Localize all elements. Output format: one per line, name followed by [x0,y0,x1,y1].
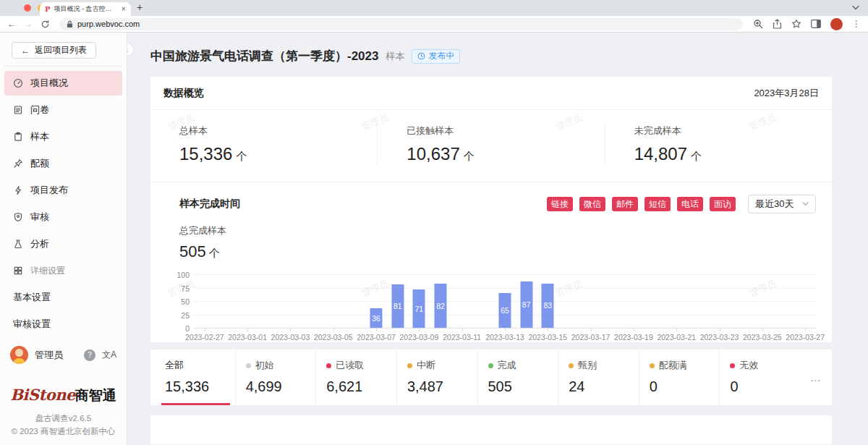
status-tab-invalid[interactable]: 无效0 [719,349,800,405]
back-to-projects-button[interactable]: ← 返回项目列表 [12,42,96,59]
x-axis-label: 2023-03-03 [271,333,310,342]
flask-icon [13,239,23,249]
browser-back-button[interactable]: ← [7,19,16,29]
sidebar-item-sample[interactable]: 样本 [4,124,122,149]
browser-reload-button[interactable] [41,20,50,29]
tab-close-icon[interactable]: × [122,5,126,13]
status-tab-all[interactable]: 全部15,336 [165,349,235,405]
tabstrip-chevron-icon[interactable] [852,5,859,10]
status-tab-completed[interactable]: 完成505 [477,349,558,405]
x-axis-label: 2023-03-19 [614,333,653,342]
sidebar-item-label: 项目发布 [30,184,68,197]
status-tab-label: 配额满 [659,359,687,372]
sidebar-item-overview[interactable]: 项目概况 [4,71,122,96]
new-tab-button[interactable]: + [137,1,142,13]
status-tab-screened[interactable]: 甄别24 [558,349,639,405]
status-tab-label: 甄别 [578,359,597,372]
zoom-icon[interactable] [753,19,763,29]
sidebar-item-publish[interactable]: 项目发布 [4,178,122,203]
channel-button[interactable]: 微信 [579,197,605,211]
browser-profile-avatar[interactable] [830,18,843,30]
sidebar-item-label: 项目概况 [30,77,68,90]
status-tab-value: 3,487 [407,378,477,395]
bookmark-star-icon[interactable] [791,19,801,29]
close-window-button[interactable] [24,4,31,12]
status-tab-interrupted[interactable]: 中断3,487 [396,349,477,405]
chevron-down-icon [802,202,809,206]
browser-tab[interactable]: P 项目概况 - 盘古控制台 × [40,2,131,16]
status-tab-read[interactable]: 已读取6,621 [315,349,396,405]
sidebar-item-review-settings[interactable]: 审核设置 [4,312,122,336]
overview-date: 2023年3月28日 [754,87,819,100]
browser-forward-button[interactable]: → [24,19,33,29]
status-dot [246,363,251,368]
status-tab-value: 24 [569,378,639,395]
x-axis-tick [333,329,334,331]
chart-bar: 36 [370,308,383,328]
sidebar-item-questionnaire[interactable]: 问卷 [4,98,122,122]
side-panel-icon[interactable] [811,20,821,28]
y-axis-label: 75 [165,284,190,293]
x-axis-tick [290,329,291,331]
brand-logo-cn: 商智通 [75,388,116,403]
bolt-icon [13,185,23,195]
status-tab-quota-full[interactable]: 配额满0 [639,349,720,405]
status-dot [730,363,735,368]
sidebar-item-detail-settings[interactable]: 详细设置 [4,258,122,283]
status-tab-label: 初始 [255,359,274,372]
status-tab-header: 甄别 [569,359,639,372]
share-icon[interactable] [773,19,782,29]
channel-button[interactable]: 面访 [710,197,736,211]
lock-icon [67,20,73,28]
status-tab-label: 全部 [165,359,184,372]
sidebar-item-review[interactable]: 审核 [4,205,122,229]
sidebar-item-label: 详细设置 [30,265,65,277]
chart-bar-value: 71 [415,305,424,313]
x-axis-tick [376,329,377,331]
channel-button[interactable]: 链接 [547,197,573,211]
sidebar-item-quota[interactable]: 配额 [4,151,122,176]
channel-button[interactable]: 电话 [677,197,703,211]
x-axis-label: 2023-03-25 [743,333,782,342]
status-tab-value: 505 [488,378,558,395]
sidebar-collapse-button[interactable]: ‹ [127,43,134,56]
status-tab-initial[interactable]: 初始4,699 [235,349,316,405]
chart-bar: 83 [542,284,554,328]
data-overview-card: 数据概览 2023年3月28日 总样本 15,336个 已接触样本 10,637… [150,77,832,342]
status-summary-card: 全部15,336初始4,699已读取6,621中断3,487完成505甄别24配… [150,349,832,405]
x-axis-tick [805,329,806,331]
sidebar-item-analysis[interactable]: 分析 [4,232,122,256]
status-dot [326,363,331,368]
browser-chrome: P 项目概况 - 盘古控制台 × + ← → purp.webvoc.com ⋮ [0,0,868,33]
status-tab-header: 全部 [165,359,235,372]
chart-bar: 65 [499,293,511,328]
channel-button[interactable]: 邮件 [612,197,638,211]
x-axis-tick [247,329,248,331]
status-tab-header: 中断 [407,359,477,372]
copyright-text: © 2023 商智通北京创新中心 [0,426,127,437]
language-icon[interactable]: 文A [102,349,116,361]
date-range-select[interactable]: 最近30天 [748,195,816,213]
y-axis-label: 0 [165,324,190,333]
chart-bar-value: 81 [393,302,402,310]
site-favicon: P [45,5,51,13]
x-axis-tick [634,329,634,331]
channel-button[interactable]: 短信 [644,197,671,211]
sidebar-item-basic-settings[interactable]: 基本设置 [4,285,122,310]
url-field[interactable]: purp.webvoc.com [59,18,743,30]
date-range-value: 最近30天 [755,198,793,211]
completion-bar-chart: 02550751002023-02-272023-03-012023-03-03… [165,272,817,342]
browser-url-bar: ← → purp.webvoc.com ⋮ [0,16,868,33]
chart-bar-value: 65 [501,306,509,315]
more-button[interactable]: … [800,349,832,405]
browser-menu-icon[interactable]: ⋮ [852,19,861,29]
url-text: purp.webvoc.com [77,20,140,28]
user-avatar[interactable] [10,346,28,364]
help-icon[interactable]: ? [84,349,95,361]
status-tab-value: 15,336 [165,378,235,395]
pin-icon [13,158,23,169]
status-badge-label: 发布中 [428,50,454,62]
x-axis-tick [462,329,463,331]
sidebar-item-label: 基本设置 [13,291,51,304]
page-subtitle: 样本 [386,50,404,63]
